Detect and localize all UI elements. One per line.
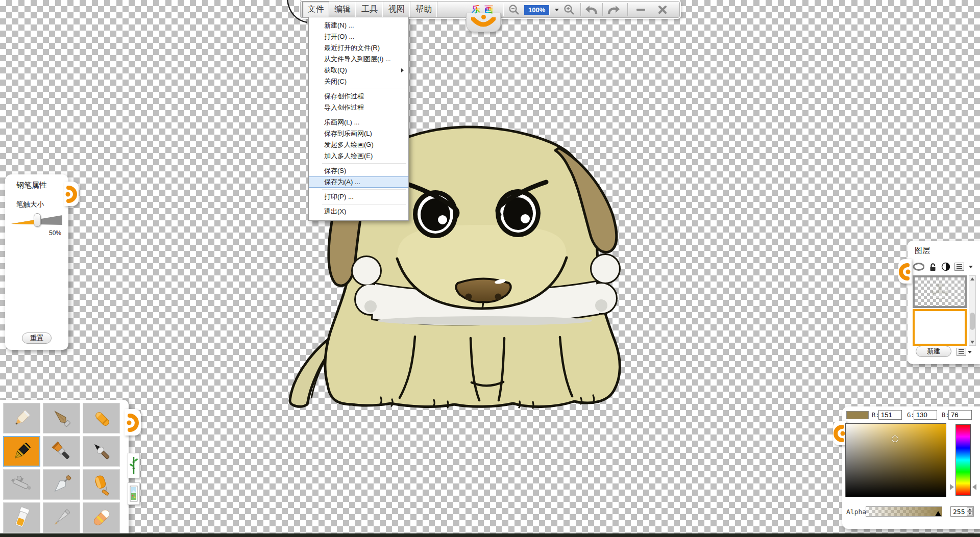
alpha-slider[interactable]	[866, 506, 942, 517]
menu-item-start-multi[interactable]: 发起多人绘画(G)	[309, 139, 408, 150]
spin-up-button[interactable]	[967, 507, 973, 512]
zoom-level-combo[interactable]: 100%	[524, 3, 550, 17]
screen-bottom-edge	[0, 533, 980, 537]
menu-help[interactable]: 帮助	[410, 2, 437, 17]
menu-item-save-process[interactable]: 保存创作过程	[309, 91, 408, 102]
menu-item-print[interactable]: 打印(P) ...	[309, 191, 408, 202]
undo-button[interactable]	[583, 3, 600, 17]
palette-collapse-handle[interactable]	[125, 409, 141, 436]
tool-flat-brush[interactable]	[43, 436, 80, 467]
close-button[interactable]	[653, 3, 672, 17]
menu-item-exit[interactable]: 退出(X)	[309, 206, 408, 217]
menu-item-close-file[interactable]: 关闭(C)	[309, 76, 408, 87]
tool-eraser[interactable]	[83, 502, 120, 533]
saturation-value-field[interactable]	[845, 423, 946, 497]
chevron-down-icon[interactable]	[968, 351, 972, 353]
liner-brush-icon	[51, 506, 73, 529]
slider-thumb[interactable]	[34, 213, 41, 227]
layers-scrollbar[interactable]	[969, 275, 976, 346]
zoom-out-button[interactable]	[506, 3, 522, 17]
reset-button[interactable]: 重置	[22, 333, 52, 344]
visibility-icon[interactable]	[913, 263, 924, 271]
layers-options-icon[interactable]	[957, 348, 966, 356]
menu-item-save-as[interactable]: 保存为(A) ...	[309, 176, 408, 188]
pencil-icon	[11, 407, 33, 429]
bamboo-tool-button[interactable]	[128, 453, 140, 478]
fountain-pen-icon	[11, 440, 33, 463]
alpha-spinner	[950, 506, 974, 517]
spin-down-button[interactable]	[967, 512, 973, 516]
scroll-down-icon[interactable]	[970, 341, 974, 344]
lock-icon[interactable]	[929, 263, 937, 271]
zoom-level-caret[interactable]	[554, 3, 560, 17]
tool-paint-roller[interactable]	[83, 469, 120, 500]
panel-collapse-handle[interactable]	[64, 182, 79, 206]
tool-pencil[interactable]	[3, 403, 40, 433]
menu-file[interactable]: 文件	[302, 2, 329, 17]
menu-item-import-layer[interactable]: 从文件导入到图层(I) ...	[309, 54, 408, 65]
tool-paint-bottle[interactable]	[3, 502, 40, 533]
main-toolbar: 文件 编辑 工具 视图 帮助 乐 画 100%	[300, 1, 680, 18]
contrast-icon[interactable]	[941, 262, 950, 271]
tool-ink-brush[interactable]	[83, 436, 120, 467]
tool-airbrush[interactable]	[3, 469, 40, 500]
menu-item-lehua-web[interactable]: 乐画网(L) ...	[309, 117, 408, 128]
tool-palette-knife[interactable]	[43, 469, 80, 500]
close-icon	[658, 5, 667, 14]
menu-tools[interactable]: 工具	[356, 2, 383, 17]
panel-collapse-handle[interactable]	[833, 421, 846, 445]
scrollbar-thumb[interactable]	[970, 313, 975, 330]
flat-brush-icon	[51, 440, 73, 463]
zoom-in-button[interactable]	[561, 3, 577, 17]
tool-fountain-pen[interactable]	[3, 436, 40, 467]
menu-item-import-process[interactable]: 导入创作过程	[309, 102, 408, 113]
tool-grid	[3, 403, 120, 533]
panel-collapse-handle[interactable]	[898, 259, 912, 284]
hue-marker-right-icon[interactable]	[972, 484, 976, 490]
hue-marker-left-icon[interactable]	[950, 484, 954, 490]
panel-handle-icon	[125, 409, 141, 436]
tool-crayon[interactable]	[83, 403, 120, 433]
menu-item-acquire[interactable]: 获取(Q)	[309, 65, 408, 76]
menu-item-recent[interactable]: 最近打开的文件(R)	[309, 42, 408, 54]
zoom-level-value[interactable]: 100%	[524, 5, 550, 15]
chevron-down-icon[interactable]	[969, 266, 973, 268]
redo-button[interactable]	[605, 3, 622, 17]
app-logo-mascot	[466, 13, 501, 32]
green-field[interactable]	[914, 410, 937, 420]
zoom-in-icon	[564, 4, 575, 15]
minimize-button[interactable]	[631, 3, 650, 17]
menu-item-save-to-lehua[interactable]: 保存到乐画网(L)	[309, 128, 408, 139]
panel-title: 图层	[915, 246, 930, 255]
layers-panel: 图层 新建	[908, 241, 980, 364]
layer-thumbnail-2-selected[interactable]	[913, 309, 967, 346]
layer-menu-icon[interactable]	[954, 263, 964, 271]
menu-item-join-multi[interactable]: 加入多人绘画(E)	[309, 150, 408, 162]
panel-title: 钢笔属性	[16, 181, 47, 190]
sv-marker[interactable]	[892, 436, 898, 442]
menu-view[interactable]: 视图	[383, 2, 410, 17]
red-field[interactable]	[878, 410, 902, 420]
menu-item-open[interactable]: 打开(O) ...	[309, 31, 408, 42]
blue-field[interactable]	[948, 410, 972, 420]
bamboo-icon	[130, 455, 138, 476]
menu-separator	[322, 204, 406, 204]
hue-bar[interactable]	[955, 424, 971, 496]
layer-thumbnail-1[interactable]	[913, 275, 967, 308]
drawing-canvas[interactable]	[0, 0, 980, 537]
picture-icon	[130, 485, 138, 502]
panel-handle-icon	[64, 182, 79, 206]
alpha-marker-icon[interactable]	[935, 511, 941, 516]
menu-item-save[interactable]: 保存(S)	[309, 165, 408, 176]
brush-size-slider[interactable]	[11, 213, 62, 227]
tool-wood-brush[interactable]	[43, 403, 80, 433]
menu-item-new[interactable]: 新建(N) ...	[309, 20, 408, 31]
menu-edit[interactable]: 编辑	[329, 2, 356, 17]
alpha-field[interactable]	[953, 507, 966, 516]
logo-hua-icon: 画	[484, 5, 493, 14]
crayon-icon	[90, 407, 113, 429]
texture-tool-button[interactable]	[128, 482, 140, 505]
scroll-up-icon[interactable]	[970, 277, 974, 280]
new-layer-button[interactable]: 新建	[916, 346, 951, 357]
tool-liner-brush[interactable]	[43, 502, 80, 533]
